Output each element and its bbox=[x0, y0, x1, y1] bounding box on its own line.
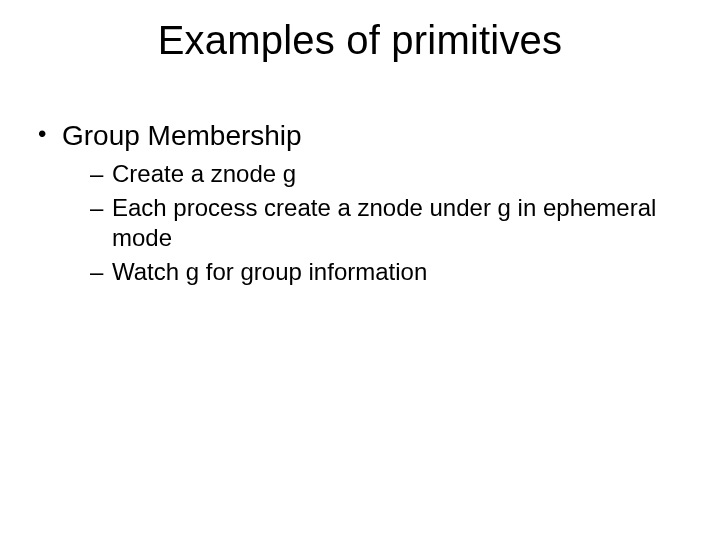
list-item: Each process create a znode under g in e… bbox=[90, 193, 684, 253]
list-item: Watch g for group information bbox=[90, 257, 684, 287]
bullet-list-level1: Group Membership Create a znode g Each p… bbox=[36, 118, 684, 287]
slide-body: Group Membership Create a znode g Each p… bbox=[36, 118, 684, 295]
list-item-label: Each process create a znode under g in e… bbox=[112, 194, 656, 251]
slide-title: Examples of primitives bbox=[0, 18, 720, 63]
bullet-list-level2: Create a znode g Each process create a z… bbox=[62, 159, 684, 287]
list-item-label: Group Membership bbox=[62, 120, 302, 151]
slide: Examples of primitives Group Membership … bbox=[0, 0, 720, 540]
list-item: Create a znode g bbox=[90, 159, 684, 189]
list-item: Group Membership Create a znode g Each p… bbox=[36, 118, 684, 287]
list-item-label: Watch g for group information bbox=[112, 258, 427, 285]
list-item-label: Create a znode g bbox=[112, 160, 296, 187]
